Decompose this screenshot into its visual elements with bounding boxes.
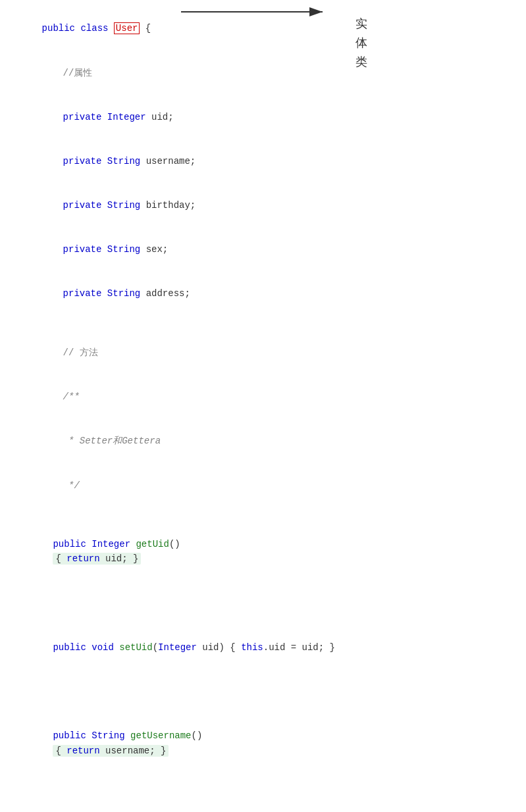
comment-methods: // 方法	[42, 347, 98, 358]
blank3	[20, 684, 519, 699]
code-line-doc1: /**	[20, 375, 519, 419]
code-line-6: private String sex;	[20, 228, 519, 272]
code-line-5: private String birthday;	[20, 184, 519, 228]
code-line-3: private Integer uid;	[20, 95, 519, 139]
keyword-class: class	[80, 23, 108, 34]
doc-comment-setter-getter: * Setter和Gettera	[42, 436, 161, 446]
comment-attributes: //属性	[42, 68, 93, 78]
code-line-getuid: public Integer getUid() { return uid; }	[20, 507, 519, 596]
code-line-1: public class User {	[20, 7, 519, 51]
code-line-2: //属性	[20, 51, 519, 95]
code-line-doc3: */	[20, 463, 519, 507]
blank2	[20, 596, 519, 611]
code-line-4: private String username;	[20, 140, 519, 184]
code-line-setuid: public void setUid(Integer uid) { this.u…	[20, 611, 519, 684]
doc-comment-close1: */	[42, 480, 80, 491]
keyword-public: public	[42, 23, 75, 34]
highlight-getusername: { return username; }	[53, 745, 169, 757]
code-line-methods-comment: // 方法	[20, 331, 519, 375]
code-line-blank1	[20, 316, 519, 330]
class-name-user: User	[114, 22, 140, 34]
code-line-7: private String address;	[20, 272, 519, 316]
code-line-setusername: public void setUsername(String username)…	[20, 802, 519, 812]
code-container: 实体类 public class User { //属性 private Int…	[0, 0, 526, 812]
code-line-getusername: public String getUsername() { return use…	[20, 699, 519, 787]
doc-comment-open: /**	[42, 392, 80, 402]
blank4	[20, 788, 519, 802]
code-line-doc2: * Setter和Gettera	[20, 419, 519, 463]
highlight-getuid: { return uid; }	[53, 553, 141, 565]
